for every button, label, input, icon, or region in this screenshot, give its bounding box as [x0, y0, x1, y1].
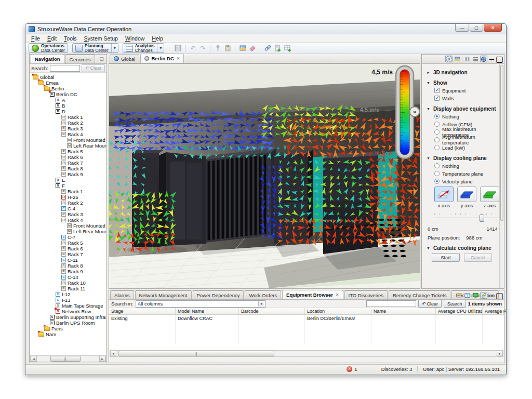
mode-planning-dropdown-icon[interactable]: ▼: [111, 44, 118, 52]
x-axis-button[interactable]: [434, 187, 454, 202]
panel-tab-remedy-change-tickets[interactable]: Remedy Change Tickets: [389, 290, 451, 299]
tree-item-berlin-supporting-infrastru[interactable]: SBerlin Supporting Infrastru: [30, 314, 106, 320]
panel-tab-ito-discoveries[interactable]: ITO Discoveries: [344, 290, 388, 299]
mode-analytics-button[interactable]: AnalyticsChanges: [123, 44, 157, 52]
column-header-average-cpu-utilization[interactable]: Average CPU Utilization ...: [436, 308, 483, 314]
editor-tab-global[interactable]: Global: [110, 54, 139, 63]
menu-tools[interactable]: Tools: [60, 35, 81, 42]
nav-tab-navigation[interactable]: Navigation: [31, 54, 64, 63]
tree-item-left-rear-moun[interactable]: MLeft Rear Moun: [30, 143, 106, 149]
start-button[interactable]: Start: [432, 253, 460, 262]
column-header-stage[interactable]: Stage: [109, 308, 176, 314]
tree-item-rack-2[interactable]: RRack 2: [30, 200, 106, 206]
tree-item-berlin[interactable]: Berlin: [30, 86, 106, 91]
section-display-above[interactable]: ▼ Display above equipment: [427, 106, 499, 112]
panel-tab-work-orders[interactable]: Work Orders: [245, 290, 281, 299]
eraser-icon[interactable]: [248, 44, 257, 52]
tree-item-front-mounted[interactable]: MFront Mounted: [30, 137, 106, 143]
menu-help[interactable]: Help: [148, 35, 167, 42]
section-3d-navigation[interactable]: ► 3D navigation: [427, 70, 499, 75]
slider-thumb[interactable]: [480, 215, 484, 222]
search-in-combo[interactable]: All columns ▼: [136, 300, 265, 308]
column-header-model-name[interactable]: Model Name: [176, 308, 239, 314]
tree-item-rack-6[interactable]: RRack 6: [30, 154, 106, 160]
mode-analytics-dropdown-icon[interactable]: ▼: [157, 44, 164, 52]
tree-item-rack-4[interactable]: RRack 4: [30, 131, 106, 137]
radio-nothing[interactable]: [434, 163, 440, 168]
tree-item-rack-8[interactable]: RRack 8: [30, 263, 106, 269]
filter-clear-button[interactable]: ↶ Clear: [418, 300, 442, 308]
minimize-panel-icon[interactable]: –: [89, 56, 96, 62]
tree-item-main-tape-storage[interactable]: SMain Tape Storage: [30, 303, 106, 309]
tree-item-berlin-dc[interactable]: DBerlin DC: [30, 91, 106, 97]
tree-item-e[interactable]: RE: [30, 177, 106, 183]
radio-nothing[interactable]: [434, 114, 440, 119]
radio-velocity-plane[interactable]: [434, 179, 440, 184]
maximize-window-button[interactable]: ▢: [470, 24, 483, 32]
plane-temperature-plane[interactable]: Temperature plane: [434, 170, 499, 177]
legend-expand-icon[interactable]: »: [413, 109, 416, 115]
minimize-panel-icon[interactable]: –: [488, 56, 495, 62]
tree-item-i-12[interactable]: CI-12: [30, 291, 106, 297]
maximize-panel-icon[interactable]: ▢: [496, 292, 503, 299]
tree-item-global[interactable]: Global: [30, 74, 106, 80]
add-table-icon[interactable]: [283, 44, 291, 52]
tree-item-emea[interactable]: Emea: [30, 80, 106, 86]
tree-item-front-mounted[interactable]: MFront Mounted: [30, 223, 106, 229]
tree-item-berlin-ups-room[interactable]: UBerlin UPS Room: [30, 320, 106, 326]
column-header-average-pow[interactable]: Average Pow: [483, 308, 507, 314]
combo-arrow-icon[interactable]: ▼: [258, 301, 264, 307]
tree-item-rack-9[interactable]: RRack 9: [30, 269, 106, 274]
checkbox-walls[interactable]: [434, 96, 440, 101]
close-window-button[interactable]: ✕: [484, 24, 502, 32]
mode-planning[interactable]: PlanningData Center▼: [72, 43, 118, 53]
tree-item-rack-10[interactable]: RRack 10: [30, 280, 106, 286]
tree-item-paris[interactable]: Paris: [30, 326, 106, 331]
title-bar[interactable]: StruxureWare Data Center Operation — ▢ ✕: [25, 24, 506, 34]
menu-file[interactable]: File: [28, 35, 44, 42]
scroll-right-arrow[interactable]: ►: [497, 351, 503, 356]
close-tab-icon[interactable]: ✕: [177, 56, 180, 61]
table-view-icon[interactable]: [463, 292, 471, 299]
table-row[interactable]: ExistingDownflow CRACBerlin DC/Berlin/Em…: [109, 315, 504, 322]
panel-tab-equipment-browser[interactable]: Equipment Browser✕: [282, 290, 343, 299]
section-calculate[interactable]: ▼ Calculate cooling plane: [427, 245, 499, 251]
z-axis-button[interactable]: [480, 187, 499, 202]
link-icon[interactable]: [263, 44, 272, 52]
plane-velocity-plane[interactable]: Velocity plane: [434, 178, 499, 184]
tree-item-rack-8[interactable]: RRack 8: [30, 166, 106, 171]
radio-temperature-plane[interactable]: [434, 171, 440, 176]
link-with-editor-icon[interactable]: [480, 292, 487, 299]
y-axis-button[interactable]: [457, 187, 476, 202]
radio-avg-inlet-return-temperature[interactable]: [434, 137, 440, 142]
tree-item-c-7[interactable]: CC-7: [30, 234, 106, 240]
editor-tab-berlin-dc[interactable]: Berlin DC✕: [140, 54, 184, 63]
tree-item-rack-7[interactable]: RRack 7: [30, 251, 106, 257]
radio-max-inlet-return-temperature[interactable]: [434, 129, 440, 135]
3d-viewport[interactable]: 4,5 m/s 0 m/s » 4,5 m/s: [109, 63, 420, 289]
column-header-location[interactable]: Location: [305, 308, 371, 314]
panel-tab-alarms[interactable]: Alarms: [110, 290, 134, 299]
tree-item-a[interactable]: RA: [30, 97, 106, 103]
panel-tab-power-dependency[interactable]: Power Dependency: [193, 290, 244, 299]
tree-item-rack-2[interactable]: RRack 2: [30, 120, 106, 126]
tree-item-rack-1[interactable]: RRack 1: [30, 189, 106, 194]
table-horizontal-scrollbar[interactable]: ◄ ►: [110, 350, 503, 357]
section-show[interactable]: ▼ Show: [427, 80, 499, 86]
export-image-icon[interactable]: [238, 44, 247, 52]
maximize-panel-icon[interactable]: ▢: [496, 56, 503, 62]
minimize-panel-icon[interactable]: –: [488, 292, 495, 299]
undo-icon[interactable]: ↶: [189, 44, 197, 52]
pin-icon[interactable]: [214, 44, 222, 52]
close-tab-icon[interactable]: ✕: [336, 292, 339, 297]
minimize-window-button[interactable]: —: [455, 24, 469, 32]
tree-item-i-13[interactable]: CI-13: [30, 297, 106, 303]
tree-item-rack-5[interactable]: RRack 5: [30, 149, 106, 154]
maximize-panel-icon[interactable]: ▢: [98, 56, 105, 62]
plane-position-slider[interactable]: [434, 214, 499, 222]
tree-item-rack-6[interactable]: RRack 6: [30, 246, 106, 251]
mode-operations-button[interactable]: OperationsData Center: [29, 44, 68, 52]
list-view-icon[interactable]: [472, 56, 479, 62]
radio-load-kw[interactable]: [434, 145, 440, 150]
tree-item-rack-1[interactable]: RRack 1: [30, 114, 106, 120]
